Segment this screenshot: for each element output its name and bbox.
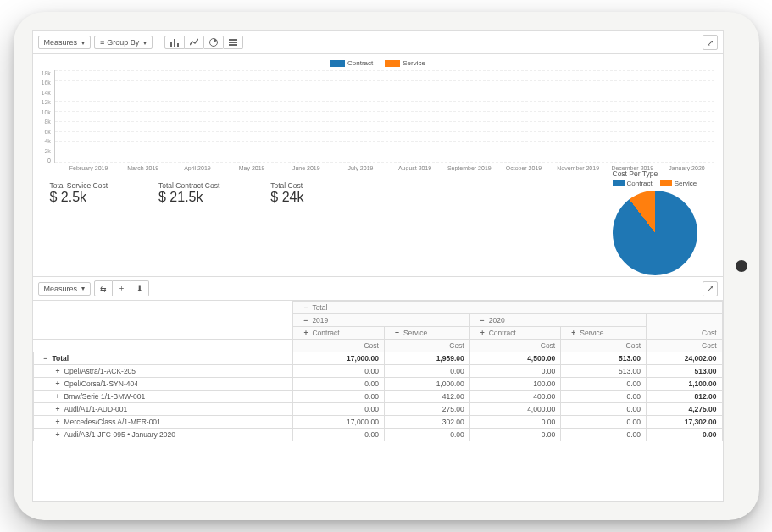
kpi-service-label: Total Service Cost: [50, 181, 108, 190]
plot-area: [54, 70, 714, 163]
subhead-cost-3: Cost: [469, 340, 561, 352]
app-screen: Measures ≡ Group By ⤢ Contract Service 1…: [32, 30, 724, 502]
svg-rect-1: [174, 39, 175, 47]
group-by-button[interactable]: ≡ Group By: [94, 36, 153, 49]
tablet-frame: Measures ≡ Group By ⤢ Contract Service 1…: [14, 12, 759, 520]
download-icon[interactable]: ⬇: [131, 280, 149, 296]
col-2019[interactable]: −2019: [293, 314, 469, 327]
pie-block: Cost Per Type Contract Service: [613, 169, 697, 275]
svg-rect-0: [170, 42, 172, 47]
view-pie-icon[interactable]: [204, 36, 224, 49]
col-total[interactable]: −Total: [293, 302, 722, 314]
expand-icon[interactable]: ⤢: [703, 35, 718, 50]
table-row[interactable]: +Audi/A3/1-JFC-095 • January 20200.000.0…: [33, 429, 722, 441]
table-row[interactable]: +Audi/A1/1-AUD-0010.00275.004,000.000.00…: [33, 403, 722, 416]
legend-contract-label: Contract: [347, 59, 373, 67]
y-axis: 18k16k14k12k10k8k6k4k2k0: [42, 70, 54, 163]
svg-rect-5: [229, 42, 237, 43]
kpi-service: Total Service Cost $ 2.5k: [50, 181, 108, 269]
group-by-label: Group By: [107, 38, 139, 47]
svg-rect-4: [229, 39, 237, 41]
subhead-cost-1: Cost: [293, 340, 385, 352]
pivot-expand-icon[interactable]: ⤢: [703, 281, 718, 296]
view-line-icon[interactable]: [185, 36, 204, 49]
view-bar-icon[interactable]: [164, 36, 185, 49]
col-2019-service[interactable]: +Service: [384, 327, 469, 340]
pivot-tools: ⇆ ＋ ⬇: [94, 280, 149, 296]
svg-rect-6: [229, 44, 237, 46]
legend-service-swatch: [385, 60, 400, 67]
kpi-total-value: $ 24k: [270, 190, 303, 205]
pivot-measures-button[interactable]: Measures: [38, 282, 92, 296]
legend-service-label: Service: [403, 59, 425, 67]
table-row[interactable]: +Bmw/Serie 1/1-BMW-0010.00412.00400.000.…: [33, 391, 722, 403]
kpi-contract: Total Contract Cost $ 21.5k: [158, 181, 219, 269]
view-switcher: [164, 36, 243, 49]
pie-legend-contract-swatch: [613, 180, 625, 186]
kpi-service-value: $ 2.5k: [50, 190, 108, 205]
subhead-cost-5: Cost: [647, 340, 722, 352]
flip-axis-icon[interactable]: ⇆: [94, 280, 113, 296]
kpi-total: Total Cost $ 24k: [270, 181, 303, 269]
pie-legend-service-label: Service: [675, 180, 697, 187]
col-total-cost: Cost: [702, 329, 716, 337]
table-row[interactable]: +Opel/Corsa/1-SYN-4040.001,000.00100.000…: [33, 378, 722, 391]
col-2019-contract[interactable]: +Contract: [293, 327, 385, 340]
svg-rect-2: [177, 43, 179, 47]
measures-button[interactable]: Measures: [38, 36, 92, 49]
kpi-total-label: Total Cost: [270, 181, 303, 190]
pivot-toolbar: Measures ⇆ ＋ ⬇ ⤢: [33, 277, 723, 301]
pivot-table: −Total −2019 −2020 Cost +Contract +Servi…: [33, 301, 723, 441]
col-2020[interactable]: −2020: [469, 314, 646, 327]
bar-chart-area: Contract Service 18k16k14k12k10k8k6k4k2k…: [33, 54, 723, 175]
kpi-contract-value: $ 21.5k: [158, 190, 219, 205]
kpi-contract-label: Total Contract Cost: [158, 181, 219, 190]
list-icon: ≡: [100, 38, 104, 47]
bar-chart: 18k16k14k12k10k8k6k4k2k0: [42, 70, 714, 163]
subhead-cost-4: Cost: [561, 340, 647, 352]
kpi-row: Total Service Cost $ 2.5k Total Contract…: [33, 175, 723, 276]
table-row[interactable]: +Mercedes/Class A/1-MER-00117,000.00302.…: [33, 416, 722, 429]
expand-all-icon[interactable]: ＋: [113, 280, 131, 296]
pie-title: Cost Per Type: [613, 169, 697, 178]
legend-contract-swatch: [330, 60, 345, 67]
chart-legend: Contract Service: [42, 59, 714, 67]
table-row[interactable]: +Opel/Astra/1-ACK-2050.000.000.00513.005…: [33, 365, 722, 378]
pivot-section: Measures ⇆ ＋ ⬇ ⤢ −Total −2019 −2020 Cost: [33, 276, 723, 441]
subhead-cost-2: Cost: [384, 340, 469, 352]
col-2020-service[interactable]: +Service: [561, 327, 647, 340]
table-row[interactable]: −Total17,000.001,989.004,500.00513.0024,…: [33, 352, 722, 365]
view-list-icon[interactable]: [224, 36, 243, 49]
col-2020-contract[interactable]: +Contract: [469, 327, 561, 340]
chart-toolbar: Measures ≡ Group By ⤢: [33, 31, 723, 54]
pie-chart: [595, 174, 714, 292]
